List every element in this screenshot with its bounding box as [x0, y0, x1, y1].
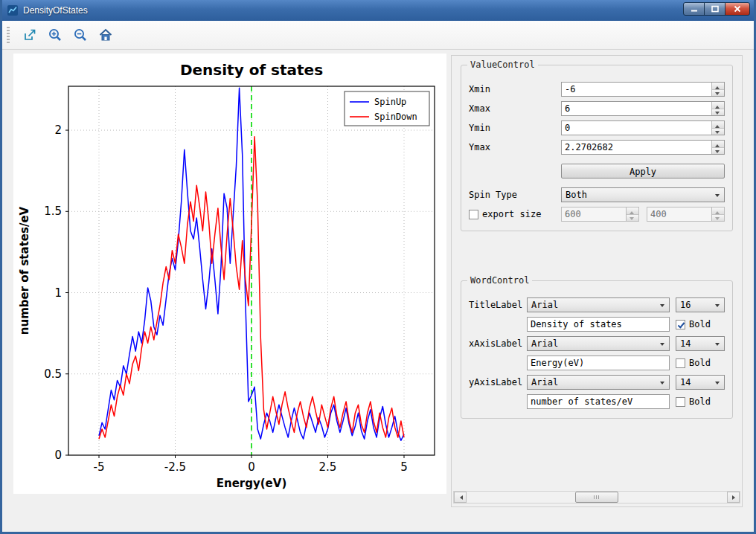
apply-row: Apply: [469, 164, 725, 178]
scroll-left-button[interactable]: [454, 492, 467, 503]
xmin-row: Xmin: [469, 82, 725, 97]
title-bar[interactable]: DensityOfStates: [2, 0, 754, 21]
zoom-out-icon: [73, 28, 88, 42]
apply-button[interactable]: Apply: [561, 164, 725, 178]
yaxis-font-combobox[interactable]: Arial: [527, 375, 670, 390]
spin-up-button[interactable]: [712, 141, 724, 148]
app-window: DensityOfStates: [0, 0, 756, 534]
ymin-label: Ymin: [469, 123, 561, 133]
yaxis-size-combobox[interactable]: 14: [676, 375, 725, 390]
client-area: -5-2.502.5500.511.52Density of statesEne…: [2, 21, 754, 532]
yaxis-font-value: Arial: [531, 377, 558, 387]
export-width-spin-buttons: [626, 208, 638, 221]
xmax-input[interactable]: [562, 102, 724, 115]
export-height-spinbox: [647, 207, 725, 222]
title-bold-label: Bold: [689, 319, 711, 329]
spin-down-button[interactable]: [712, 129, 724, 135]
export-icon: [22, 28, 37, 42]
title-size-combobox[interactable]: 16: [676, 297, 725, 312]
spin-down-button[interactable]: [712, 215, 724, 222]
title-text-input[interactable]: [527, 317, 670, 332]
xaxis-size-combobox[interactable]: 14: [676, 336, 725, 351]
spin-down-button[interactable]: [712, 90, 724, 97]
svg-text:5: 5: [400, 460, 408, 474]
ymin-spin-buttons: [711, 121, 724, 135]
spin-down-button[interactable]: [712, 109, 724, 116]
xaxis-font-combobox[interactable]: Arial: [527, 336, 670, 351]
zoom-in-icon: [48, 28, 63, 42]
control-panel: ValueControl Xmin Xmax Ymi: [451, 55, 743, 507]
spin-type-value: Both: [566, 190, 587, 200]
horizontal-scrollbar: [453, 491, 740, 504]
title-size-value: 16: [680, 300, 691, 310]
spin-down-button[interactable]: [627, 215, 638, 222]
zoom-out-button[interactable]: [70, 25, 91, 45]
export-width-spinbox: [561, 207, 639, 222]
xmax-spin-buttons: [711, 102, 724, 115]
svg-text:2.5: 2.5: [319, 460, 337, 474]
xmin-input[interactable]: [562, 83, 724, 96]
export-height-spin-buttons: [711, 208, 724, 221]
xaxis-bold-cell: Bold: [676, 358, 725, 368]
export-button[interactable]: [19, 25, 40, 45]
ymax-row: Ymax: [469, 140, 725, 155]
yaxis-text-input[interactable]: [527, 394, 670, 409]
scroll-right-button[interactable]: [727, 492, 740, 503]
yaxis-bold-checkbox[interactable]: [676, 397, 685, 407]
value-control-title: ValueControl: [467, 59, 538, 70]
spin-type-row: Spin Type Both: [469, 187, 725, 202]
maximize-icon: [711, 4, 720, 13]
xaxis-label-row: xAxisLabel Arial 14: [469, 336, 725, 351]
word-control-title: WordControl: [467, 275, 532, 286]
spin-type-label: Spin Type: [469, 190, 561, 200]
ymax-input[interactable]: [562, 141, 724, 154]
title-bold-cell: Bold: [676, 319, 725, 329]
toolbar: [2, 21, 754, 50]
spin-up-button[interactable]: [712, 83, 724, 90]
svg-text:1.5: 1.5: [44, 205, 62, 218]
yaxis-bold-cell: Bold: [676, 396, 725, 407]
ymin-input[interactable]: [562, 121, 724, 135]
spin-type-combobox[interactable]: Both: [561, 187, 725, 202]
close-button[interactable]: [725, 2, 750, 16]
title-font-combobox[interactable]: Arial: [527, 297, 670, 312]
word-control-group: WordControl TitleLabel Arial 16 Bold xAx…: [461, 280, 733, 419]
svg-text:0: 0: [248, 460, 255, 474]
yaxis-size-value: 14: [680, 377, 691, 387]
home-button[interactable]: [95, 25, 116, 45]
ymax-spin-buttons: [711, 141, 724, 154]
yaxis-text-row: Bold: [469, 394, 725, 409]
title-bold-checkbox[interactable]: [676, 320, 685, 329]
spin-up-button[interactable]: [627, 208, 638, 215]
scrollbar-thumb[interactable]: [575, 492, 618, 503]
title-label-row: TitleLabel Arial 16: [469, 297, 725, 312]
export-size-checkbox[interactable]: [469, 210, 478, 219]
svg-text:number of states/eV: number of states/eV: [18, 206, 31, 335]
export-size-label: export size: [482, 209, 541, 219]
xaxis-bold-checkbox[interactable]: [676, 358, 685, 368]
zoom-in-button[interactable]: [45, 25, 65, 45]
minimize-icon: [690, 4, 699, 13]
ymax-spinbox: [561, 140, 725, 155]
title-text-row: Bold: [469, 317, 725, 332]
ymin-spinbox: [561, 120, 725, 135]
window-controls: [684, 2, 750, 16]
xaxis-label: xAxisLabel: [469, 338, 527, 349]
spin-up-button[interactable]: [712, 208, 724, 215]
dos-chart: -5-2.502.5500.511.52Density of statesEne…: [13, 54, 446, 494]
toolbar-drag-handle[interactable]: [7, 27, 10, 43]
svg-text:1: 1: [54, 286, 62, 300]
xaxis-text-input[interactable]: [527, 356, 670, 370]
minimize-button[interactable]: [683, 2, 705, 16]
spin-up-button[interactable]: [712, 102, 724, 109]
spin-down-button[interactable]: [712, 148, 724, 155]
svg-text:-5: -5: [94, 460, 105, 474]
dos-figure: -5-2.502.5500.511.52Density of statesEne…: [13, 54, 446, 494]
scrollbar-track[interactable]: [467, 492, 727, 503]
xmin-spin-buttons: [711, 83, 724, 96]
maximize-button[interactable]: [704, 2, 725, 16]
svg-text:Energy(eV): Energy(eV): [217, 477, 287, 490]
spin-up-button[interactable]: [712, 121, 724, 129]
xmax-label: Xmax: [469, 103, 561, 114]
xmax-spinbox: [561, 101, 725, 116]
